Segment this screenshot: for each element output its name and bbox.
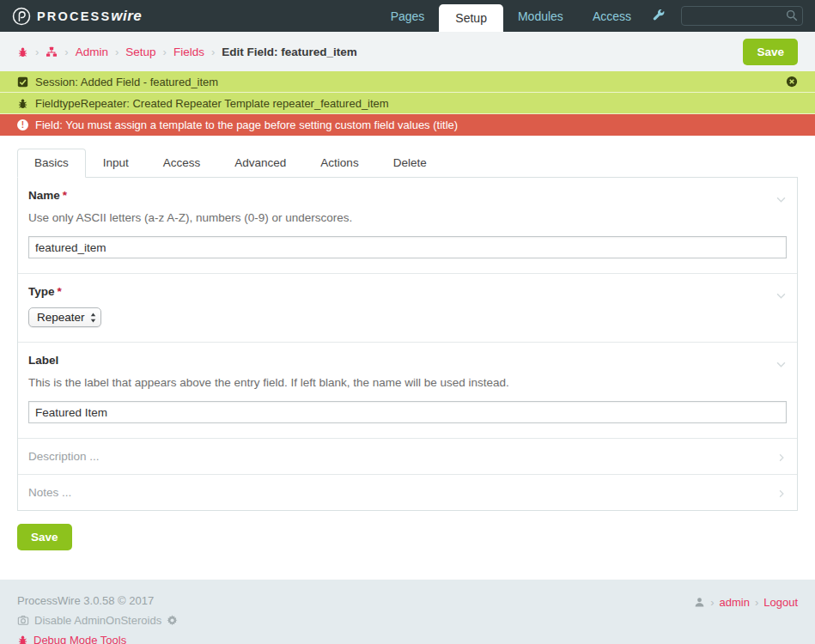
wrench-icon[interactable]	[646, 9, 676, 22]
footer: ProcessWire 3.0.58 © 2017 Disable AdminO…	[0, 580, 815, 644]
processwire-logo-icon	[12, 7, 31, 26]
search-input[interactable]	[681, 6, 803, 26]
tab-delete[interactable]: Delete	[376, 149, 444, 178]
footer-version: ProcessWire 3.0.58 © 2017	[17, 594, 178, 607]
chevron-right-icon	[779, 452, 784, 465]
name-field-label[interactable]: Name*	[28, 189, 787, 202]
masthead: PROCESSwire Pages Setup Modules Access	[0, 0, 815, 32]
footer-link-admin[interactable]: admin	[719, 596, 749, 609]
tab-input[interactable]: Input	[86, 149, 146, 178]
debug-bug-icon[interactable]	[17, 46, 28, 58]
notice-text: Field: You must assign a template to the…	[35, 118, 458, 131]
name-input[interactable]	[28, 236, 787, 258]
nav-item-pages[interactable]: Pages	[376, 0, 440, 32]
footer-left: ProcessWire 3.0.58 © 2017 Disable AdminO…	[17, 594, 178, 644]
basics-panel: Name* Use only ASCII letters (a-z A-Z), …	[17, 177, 798, 511]
save-button-top[interactable]: Save	[743, 39, 798, 65]
footer-debug-tools[interactable]: Debug Mode Tools	[17, 634, 178, 644]
breadcrumb-separator	[115, 46, 119, 58]
type-select[interactable]: Repeater	[28, 307, 101, 327]
breadcrumb-separator	[163, 46, 167, 58]
camera-icon	[17, 615, 29, 626]
breadcrumb-link-fields[interactable]: Fields	[173, 46, 204, 58]
notice-error: ! Field: You must assign a template to t…	[0, 114, 815, 136]
chevron-down-icon[interactable]	[776, 357, 786, 370]
notice-fieldtype: FieldtypeRepeater: Created Repeater Temp…	[0, 93, 815, 114]
gear-icon[interactable]	[167, 615, 178, 626]
type-field-label[interactable]: Type*	[28, 285, 787, 298]
notice-session: Session: Added Field - featured_item	[0, 71, 815, 93]
main-content: Basics Input Access Advanced Actions Del…	[0, 136, 815, 560]
main-nav: Pages Setup Modules Access	[376, 0, 815, 32]
bug-icon	[17, 98, 28, 109]
breadcrumb-separator	[211, 46, 215, 58]
field-type: Type* Repeater	[18, 273, 797, 342]
chevron-down-icon[interactable]	[776, 289, 786, 301]
tab-basics[interactable]: Basics	[17, 149, 86, 178]
processwire-logo[interactable]: PROCESSwire	[12, 7, 142, 26]
required-mark: *	[63, 189, 67, 202]
required-mark: *	[58, 285, 62, 298]
exclamation-circle-icon: !	[17, 119, 28, 131]
notice-text: FieldtypeRepeater: Created Repeater Temp…	[35, 97, 389, 110]
breadcrumb-link-setup[interactable]: Setup	[125, 46, 155, 58]
field-label: Label This is the label that appears abo…	[18, 342, 797, 438]
sitemap-icon[interactable]	[46, 46, 58, 58]
footer-separator	[710, 596, 714, 609]
breadcrumb-separator	[64, 46, 68, 58]
breadcrumb-link-admin[interactable]: Admin	[76, 46, 108, 58]
label-input[interactable]	[28, 401, 787, 423]
search-icon[interactable]	[786, 9, 798, 24]
tab-advanced[interactable]: Advanced	[217, 149, 303, 178]
user-icon	[694, 596, 705, 608]
notice-text: Session: Added Field - featured_item	[35, 76, 218, 88]
field-description-collapsed[interactable]: Description ...	[18, 438, 797, 474]
label-field-description: This is the label that appears above the…	[28, 376, 787, 389]
save-button-bottom[interactable]: Save	[17, 524, 72, 550]
nav-item-setup[interactable]: Setup	[439, 4, 503, 32]
footer-link-logout[interactable]: Logout	[763, 596, 798, 609]
field-notes-collapsed[interactable]: Notes ...	[18, 474, 797, 510]
chevron-down-icon[interactable]	[776, 192, 786, 205]
footer-adminonsteroids[interactable]: Disable AdminOnSteroids	[17, 614, 178, 627]
tab-access[interactable]: Access	[146, 149, 218, 178]
breadcrumb: Admin Setup Fields Edit Field: featured_…	[0, 32, 815, 71]
label-field-label[interactable]: Label	[28, 354, 787, 367]
select-arrows-icon	[90, 313, 96, 323]
field-edit-tabs: Basics Input Access Advanced Actions Del…	[17, 149, 798, 177]
close-notices-icon[interactable]	[786, 76, 798, 88]
footer-separator	[755, 596, 758, 609]
name-field-description: Use only ASCII letters (a-z A-Z), number…	[28, 211, 787, 224]
footer-user-nav: admin Logout	[694, 594, 798, 644]
breadcrumb-current: Edit Field: featured_item	[222, 46, 357, 58]
processwire-wordmark: PROCESSwire	[37, 8, 142, 25]
nav-item-access[interactable]: Access	[578, 0, 646, 32]
breadcrumb-separator	[35, 46, 39, 58]
nav-item-modules[interactable]: Modules	[503, 0, 578, 32]
bug-icon	[17, 635, 28, 644]
field-name: Name* Use only ASCII letters (a-z A-Z), …	[18, 178, 797, 273]
tab-actions[interactable]: Actions	[303, 149, 375, 178]
check-square-icon	[17, 76, 28, 88]
chevron-right-icon	[779, 488, 784, 501]
